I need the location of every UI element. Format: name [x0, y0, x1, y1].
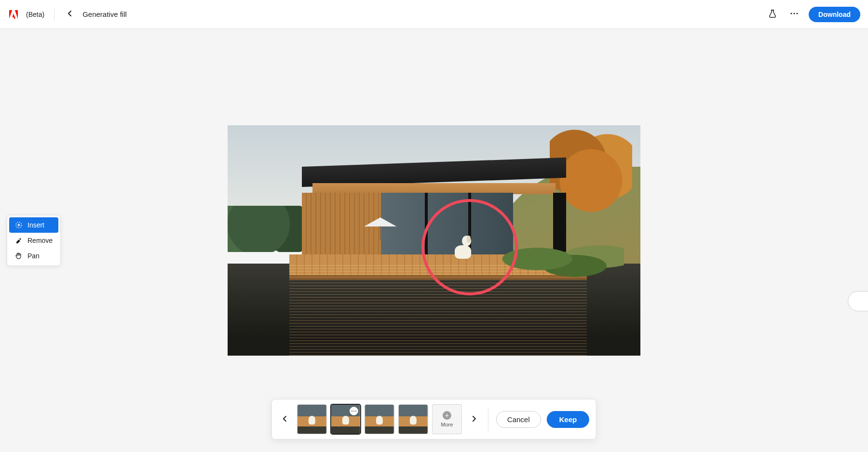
- canvas-wrap: [228, 125, 640, 356]
- tool-remove-label: Remove: [27, 237, 53, 244]
- help-fab[interactable]: [848, 291, 868, 311]
- chevron-right-icon: [471, 416, 477, 424]
- variations-next-button[interactable]: [468, 412, 480, 426]
- variations-prev-button[interactable]: [279, 412, 291, 426]
- variation-thumb-3[interactable]: [365, 404, 394, 434]
- header-right: Download: [765, 6, 860, 23]
- editor-main: Insert Remove Pan: [0, 29, 868, 452]
- variation-thumb-1[interactable]: [297, 404, 327, 434]
- remove-icon: [15, 237, 23, 244]
- header-divider: [54, 9, 54, 20]
- cancel-button[interactable]: Cancel: [496, 411, 541, 428]
- generate-more-button[interactable]: More: [432, 404, 462, 434]
- variation-thumbs: More: [297, 404, 462, 434]
- generated-object-dog: [453, 236, 474, 259]
- beaker-button[interactable]: [765, 6, 780, 22]
- insert-icon: [15, 221, 23, 229]
- back-button[interactable]: [64, 8, 76, 21]
- tool-pan[interactable]: Pan: [9, 248, 58, 264]
- variation-thumb-menu-icon[interactable]: [350, 407, 358, 415]
- beaker-icon: [768, 9, 777, 19]
- tool-insert-label: Insert: [27, 221, 44, 229]
- app-header: (Beta) Generative fill Download: [0, 0, 868, 29]
- tool-insert[interactable]: Insert: [9, 217, 58, 233]
- variation-thumb-2[interactable]: [331, 404, 361, 434]
- header-left: (Beta) Generative fill: [8, 8, 127, 21]
- download-button[interactable]: Download: [809, 7, 860, 22]
- canvas-image[interactable]: [228, 125, 640, 356]
- svg-point-1: [794, 13, 795, 14]
- variation-bar: More Cancel Keep: [271, 399, 597, 439]
- tool-remove[interactable]: Remove: [9, 233, 58, 248]
- pan-icon: [15, 252, 23, 260]
- variation-bar-divider: [488, 407, 488, 431]
- more-options-button[interactable]: [787, 6, 802, 23]
- beta-label: (Beta): [26, 11, 44, 18]
- plus-circle-icon: [443, 411, 451, 420]
- tool-panel: Insert Remove Pan: [7, 215, 61, 266]
- breadcrumb: Generative fill: [82, 10, 127, 18]
- chevron-left-icon: [66, 10, 74, 19]
- svg-point-0: [791, 13, 792, 14]
- keep-button[interactable]: Keep: [547, 411, 590, 428]
- adobe-logo-icon: [8, 9, 19, 20]
- svg-point-2: [797, 13, 798, 14]
- more-horizontal-icon: [789, 9, 799, 20]
- generate-more-label: More: [441, 422, 453, 427]
- tool-pan-label: Pan: [27, 252, 40, 260]
- variation-thumb-4[interactable]: [398, 404, 428, 434]
- chevron-left-icon: [282, 416, 288, 424]
